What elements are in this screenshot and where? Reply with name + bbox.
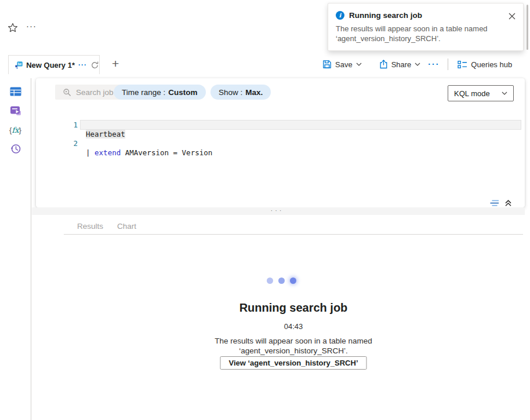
- save-button[interactable]: Save: [322, 60, 362, 69]
- queries-icon[interactable]: [9, 105, 23, 116]
- close-icon[interactable]: [506, 10, 518, 22]
- query-editor-card: Search job Time range : Custom Show : Ma…: [36, 78, 525, 207]
- chevron-down-icon: [502, 92, 507, 95]
- tab-label: New Query 1*: [26, 61, 75, 70]
- status-message-line2: ‘agent_version_history_SRCH’.: [64, 346, 523, 355]
- time-range-pill[interactable]: Time range : Custom: [114, 85, 206, 100]
- results-splitter-handle[interactable]: ···: [32, 207, 525, 215]
- tab-new-query-1[interactable]: New Query 1* ···: [8, 55, 100, 74]
- tab-chart[interactable]: Chart: [117, 222, 136, 231]
- editor-line2-rest: AMAversion = Version: [121, 148, 212, 157]
- share-icon: [379, 60, 388, 69]
- toast-body-line2: ‘agent_version_history_SRCH’.: [336, 34, 441, 43]
- show-value: Max.: [245, 88, 263, 97]
- query-tab-icon: [15, 60, 23, 70]
- functions-fx-label: fx: [12, 126, 19, 134]
- tab-results[interactable]: Results: [77, 222, 103, 231]
- status-title: Running search job: [64, 301, 523, 315]
- kql-mode-select[interactable]: KQL mode: [448, 85, 514, 101]
- functions-brace-close: }: [19, 126, 21, 134]
- share-label: Share: [391, 60, 412, 69]
- time-range-label: Time range :: [122, 88, 165, 97]
- save-icon: [322, 60, 332, 69]
- status-message-line1: The results will appear soon in a table …: [64, 337, 523, 345]
- new-tab-button[interactable]: +: [112, 56, 119, 71]
- loading-dot: [290, 277, 296, 284]
- info-icon: i: [336, 11, 344, 20]
- search-job-icon: [63, 88, 71, 97]
- editor-line1-text: Heartbeat: [86, 130, 125, 138]
- loading-dot: [267, 277, 273, 284]
- queries-hub-label: Queries hub: [471, 60, 512, 69]
- notification-toast: i Running search job The results will ap…: [328, 3, 524, 51]
- queries-hub-icon: [458, 60, 467, 69]
- toolbar-divider: [448, 59, 448, 70]
- current-line-highlight: [80, 120, 521, 130]
- query-toolbar: Save Share ··· Queries hub: [322, 56, 512, 72]
- line-number: 2: [66, 139, 78, 148]
- editor-line-1[interactable]: 1 Heartbeat: [36, 111, 523, 120]
- editor-line2-keyword: extend: [90, 148, 121, 157]
- kql-mode-value: KQL mode: [454, 89, 490, 98]
- functions-icon[interactable]: {fx}: [9, 124, 23, 136]
- notification-panel-scrollbar[interactable]: [527, 5, 528, 50]
- time-range-value: Custom: [168, 88, 197, 97]
- toast-body-line1: The results will appear soon in a table …: [336, 24, 488, 33]
- results-panel: Results Chart Running search job 04:43 T…: [32, 215, 525, 420]
- query-history-icon[interactable]: [9, 143, 23, 155]
- loading-dot: [278, 277, 285, 284]
- search-job-button[interactable]: Search job: [55, 85, 121, 100]
- chevron-down-icon: [356, 63, 362, 66]
- toast-title: Running search job: [349, 11, 422, 20]
- show-limit-pill[interactable]: Show : Max.: [210, 85, 271, 100]
- view-table-button[interactable]: View ‘agent_version_history_SRCH’: [220, 356, 366, 370]
- topbar-more-button[interactable]: ···: [26, 21, 37, 31]
- collapse-editor-icon[interactable]: [504, 199, 512, 207]
- editor-line2-pipe: |: [86, 148, 90, 157]
- show-label: Show :: [219, 88, 242, 97]
- share-button[interactable]: Share: [379, 60, 421, 69]
- schema-rail: {fx}: [0, 78, 31, 420]
- results-tabs-divider: [64, 234, 523, 235]
- toast-body: The results will appear soon in a table …: [328, 20, 523, 50]
- editor-line-2[interactable]: 2 | extend AMAversion = Version: [36, 120, 523, 130]
- loading-dots-spinner: [52, 277, 511, 284]
- favorite-star-icon[interactable]: [8, 23, 18, 33]
- tab-more-button[interactable]: ···: [78, 61, 87, 69]
- elapsed-time: 04:43: [64, 322, 523, 331]
- search-job-label: Search job: [76, 88, 114, 97]
- splitter-dots: ···: [271, 207, 284, 214]
- tab-refresh-icon[interactable]: [90, 61, 99, 70]
- queries-hub-button[interactable]: Queries hub: [458, 60, 512, 69]
- chevron-down-icon: [415, 63, 420, 66]
- save-label: Save: [335, 60, 353, 69]
- toolbar-more-button[interactable]: ···: [428, 60, 440, 69]
- tables-icon[interactable]: [9, 86, 23, 97]
- word-wrap-icon[interactable]: [490, 200, 500, 207]
